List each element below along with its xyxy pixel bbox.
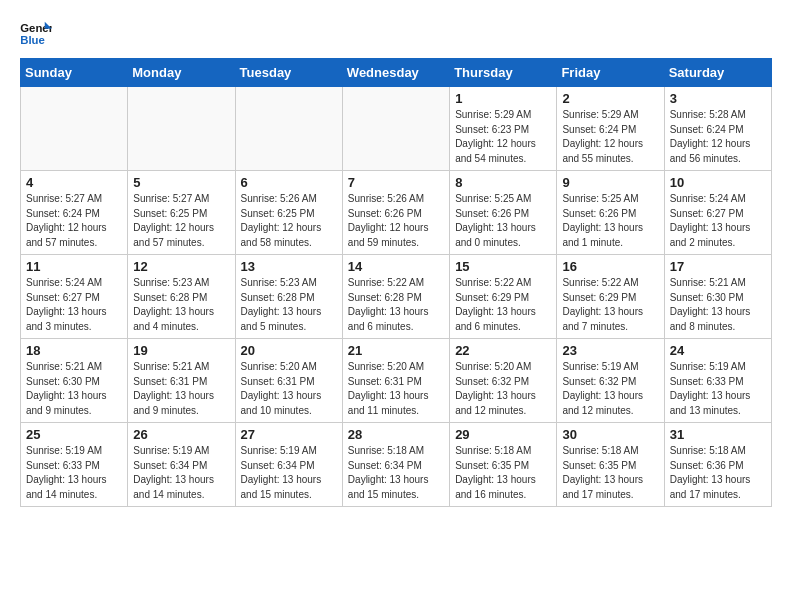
day-info: Sunrise: 5:24 AMSunset: 6:27 PMDaylight:…: [670, 192, 766, 250]
calendar-week-1: 1Sunrise: 5:29 AMSunset: 6:23 PMDaylight…: [21, 87, 772, 171]
day-number: 22: [455, 343, 551, 358]
calendar-cell: 28Sunrise: 5:18 AMSunset: 6:34 PMDayligh…: [342, 423, 449, 507]
day-info: Sunrise: 5:18 AMSunset: 6:35 PMDaylight:…: [455, 444, 551, 502]
day-info: Sunrise: 5:22 AMSunset: 6:28 PMDaylight:…: [348, 276, 444, 334]
day-number: 13: [241, 259, 337, 274]
calendar-cell: 16Sunrise: 5:22 AMSunset: 6:29 PMDayligh…: [557, 255, 664, 339]
calendar-week-4: 18Sunrise: 5:21 AMSunset: 6:30 PMDayligh…: [21, 339, 772, 423]
day-number: 14: [348, 259, 444, 274]
day-number: 6: [241, 175, 337, 190]
day-info: Sunrise: 5:20 AMSunset: 6:31 PMDaylight:…: [348, 360, 444, 418]
day-number: 7: [348, 175, 444, 190]
day-number: 26: [133, 427, 229, 442]
day-info: Sunrise: 5:19 AMSunset: 6:33 PMDaylight:…: [670, 360, 766, 418]
day-number: 11: [26, 259, 122, 274]
day-info: Sunrise: 5:18 AMSunset: 6:36 PMDaylight:…: [670, 444, 766, 502]
day-number: 15: [455, 259, 551, 274]
day-info: Sunrise: 5:19 AMSunset: 6:33 PMDaylight:…: [26, 444, 122, 502]
calendar-cell: 7Sunrise: 5:26 AMSunset: 6:26 PMDaylight…: [342, 171, 449, 255]
calendar-cell: 4Sunrise: 5:27 AMSunset: 6:24 PMDaylight…: [21, 171, 128, 255]
calendar-cell: [128, 87, 235, 171]
calendar-cell: 3Sunrise: 5:28 AMSunset: 6:24 PMDaylight…: [664, 87, 771, 171]
day-number: 27: [241, 427, 337, 442]
day-number: 9: [562, 175, 658, 190]
day-number: 23: [562, 343, 658, 358]
day-number: 18: [26, 343, 122, 358]
col-header-monday: Monday: [128, 59, 235, 87]
calendar-cell: [342, 87, 449, 171]
day-info: Sunrise: 5:27 AMSunset: 6:25 PMDaylight:…: [133, 192, 229, 250]
day-number: 5: [133, 175, 229, 190]
calendar-cell: 13Sunrise: 5:23 AMSunset: 6:28 PMDayligh…: [235, 255, 342, 339]
day-number: 17: [670, 259, 766, 274]
col-header-thursday: Thursday: [450, 59, 557, 87]
day-info: Sunrise: 5:25 AMSunset: 6:26 PMDaylight:…: [562, 192, 658, 250]
day-info: Sunrise: 5:25 AMSunset: 6:26 PMDaylight:…: [455, 192, 551, 250]
day-info: Sunrise: 5:26 AMSunset: 6:25 PMDaylight:…: [241, 192, 337, 250]
calendar-cell: [21, 87, 128, 171]
calendar-cell: 25Sunrise: 5:19 AMSunset: 6:33 PMDayligh…: [21, 423, 128, 507]
calendar-cell: 6Sunrise: 5:26 AMSunset: 6:25 PMDaylight…: [235, 171, 342, 255]
day-number: 8: [455, 175, 551, 190]
calendar-week-2: 4Sunrise: 5:27 AMSunset: 6:24 PMDaylight…: [21, 171, 772, 255]
day-info: Sunrise: 5:27 AMSunset: 6:24 PMDaylight:…: [26, 192, 122, 250]
calendar-table: SundayMondayTuesdayWednesdayThursdayFrid…: [20, 58, 772, 507]
day-info: Sunrise: 5:23 AMSunset: 6:28 PMDaylight:…: [133, 276, 229, 334]
col-header-tuesday: Tuesday: [235, 59, 342, 87]
calendar-cell: 8Sunrise: 5:25 AMSunset: 6:26 PMDaylight…: [450, 171, 557, 255]
calendar-cell: 10Sunrise: 5:24 AMSunset: 6:27 PMDayligh…: [664, 171, 771, 255]
day-number: 12: [133, 259, 229, 274]
calendar-cell: 22Sunrise: 5:20 AMSunset: 6:32 PMDayligh…: [450, 339, 557, 423]
col-header-saturday: Saturday: [664, 59, 771, 87]
day-number: 19: [133, 343, 229, 358]
calendar-cell: 14Sunrise: 5:22 AMSunset: 6:28 PMDayligh…: [342, 255, 449, 339]
calendar-cell: 2Sunrise: 5:29 AMSunset: 6:24 PMDaylight…: [557, 87, 664, 171]
day-number: 24: [670, 343, 766, 358]
day-info: Sunrise: 5:24 AMSunset: 6:27 PMDaylight:…: [26, 276, 122, 334]
calendar-cell: 11Sunrise: 5:24 AMSunset: 6:27 PMDayligh…: [21, 255, 128, 339]
day-number: 2: [562, 91, 658, 106]
logo: GeneralBlue: [20, 20, 52, 48]
calendar-cell: 21Sunrise: 5:20 AMSunset: 6:31 PMDayligh…: [342, 339, 449, 423]
day-info: Sunrise: 5:18 AMSunset: 6:34 PMDaylight:…: [348, 444, 444, 502]
day-info: Sunrise: 5:21 AMSunset: 6:30 PMDaylight:…: [670, 276, 766, 334]
calendar-header-row: SundayMondayTuesdayWednesdayThursdayFrid…: [21, 59, 772, 87]
day-info: Sunrise: 5:23 AMSunset: 6:28 PMDaylight:…: [241, 276, 337, 334]
page-header: GeneralBlue: [20, 20, 772, 48]
calendar-cell: 24Sunrise: 5:19 AMSunset: 6:33 PMDayligh…: [664, 339, 771, 423]
day-number: 31: [670, 427, 766, 442]
col-header-sunday: Sunday: [21, 59, 128, 87]
day-number: 10: [670, 175, 766, 190]
day-info: Sunrise: 5:29 AMSunset: 6:24 PMDaylight:…: [562, 108, 658, 166]
calendar-cell: 5Sunrise: 5:27 AMSunset: 6:25 PMDaylight…: [128, 171, 235, 255]
calendar-cell: 15Sunrise: 5:22 AMSunset: 6:29 PMDayligh…: [450, 255, 557, 339]
calendar-cell: 9Sunrise: 5:25 AMSunset: 6:26 PMDaylight…: [557, 171, 664, 255]
calendar-week-3: 11Sunrise: 5:24 AMSunset: 6:27 PMDayligh…: [21, 255, 772, 339]
logo-icon: GeneralBlue: [20, 20, 52, 48]
day-number: 4: [26, 175, 122, 190]
calendar-cell: 30Sunrise: 5:18 AMSunset: 6:35 PMDayligh…: [557, 423, 664, 507]
day-info: Sunrise: 5:19 AMSunset: 6:32 PMDaylight:…: [562, 360, 658, 418]
calendar-cell: 18Sunrise: 5:21 AMSunset: 6:30 PMDayligh…: [21, 339, 128, 423]
day-info: Sunrise: 5:26 AMSunset: 6:26 PMDaylight:…: [348, 192, 444, 250]
day-info: Sunrise: 5:21 AMSunset: 6:31 PMDaylight:…: [133, 360, 229, 418]
calendar-cell: 23Sunrise: 5:19 AMSunset: 6:32 PMDayligh…: [557, 339, 664, 423]
day-info: Sunrise: 5:20 AMSunset: 6:31 PMDaylight:…: [241, 360, 337, 418]
day-number: 29: [455, 427, 551, 442]
day-number: 25: [26, 427, 122, 442]
calendar-cell: 17Sunrise: 5:21 AMSunset: 6:30 PMDayligh…: [664, 255, 771, 339]
day-number: 1: [455, 91, 551, 106]
calendar-cell: 1Sunrise: 5:29 AMSunset: 6:23 PMDaylight…: [450, 87, 557, 171]
day-number: 3: [670, 91, 766, 106]
calendar-cell: 26Sunrise: 5:19 AMSunset: 6:34 PMDayligh…: [128, 423, 235, 507]
day-info: Sunrise: 5:22 AMSunset: 6:29 PMDaylight:…: [455, 276, 551, 334]
day-info: Sunrise: 5:20 AMSunset: 6:32 PMDaylight:…: [455, 360, 551, 418]
day-info: Sunrise: 5:29 AMSunset: 6:23 PMDaylight:…: [455, 108, 551, 166]
svg-text:Blue: Blue: [20, 34, 45, 46]
calendar-week-5: 25Sunrise: 5:19 AMSunset: 6:33 PMDayligh…: [21, 423, 772, 507]
calendar-cell: 19Sunrise: 5:21 AMSunset: 6:31 PMDayligh…: [128, 339, 235, 423]
day-info: Sunrise: 5:19 AMSunset: 6:34 PMDaylight:…: [241, 444, 337, 502]
day-number: 16: [562, 259, 658, 274]
day-info: Sunrise: 5:22 AMSunset: 6:29 PMDaylight:…: [562, 276, 658, 334]
calendar-cell: 27Sunrise: 5:19 AMSunset: 6:34 PMDayligh…: [235, 423, 342, 507]
